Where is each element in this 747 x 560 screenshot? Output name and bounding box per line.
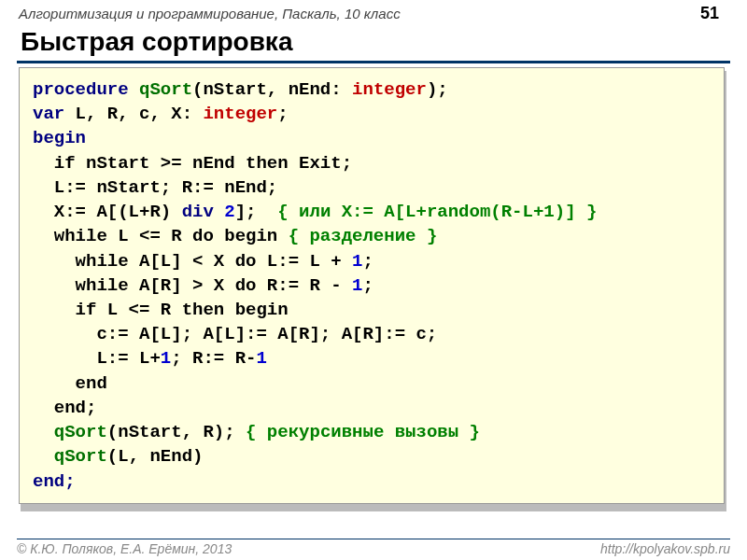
type-integer: integer [352,79,427,100]
kw-var: var [33,104,64,124]
line-end-inner: end [33,373,107,394]
line-exit: if nStart >= nEnd then Exit; [33,153,352,174]
kw-procedure: procedure [33,79,129,100]
kw-div: div [182,202,214,222]
indent-rec2 [33,446,54,467]
sig-open: (nStart, nEnd: [192,79,352,100]
num-1d: 1 [256,348,266,369]
id-qsort-r1: qSort [54,422,107,442]
indent-rec1 [33,422,54,442]
id-qsort: qSort [139,79,192,100]
slide-footer: © К.Ю. Поляков, Е.А. Ерёмин, 2013 http:/… [17,539,730,556]
line-pivot-b: ]; [235,202,278,222]
line-incdec-b: ; R:= R- [171,348,256,369]
line-end-outer: end; [33,398,96,418]
id-qsort-r2: qSort [54,446,107,467]
rec2-args: (L, nEnd) [107,446,204,467]
comment-alt-pivot: { или X:= A[L+random(R-L+1)] } [277,202,597,222]
num-1c: 1 [161,348,171,369]
type-integer-2: integer [203,104,277,124]
comment-recursion: { рекурсивные вызовы } [246,422,480,442]
line-pivot-a: X:= A[(L+R) [33,202,171,222]
slide-title: Быстрая сортировка [17,25,730,61]
line-swap: c:= A[L]; A[L]:= A[R]; A[R]:= c; [33,324,437,344]
line-outer-while: while L <= R do begin [33,226,289,246]
semi-2: ; [362,251,373,272]
num-1a: 1 [352,251,362,272]
footer-url: http://kpolyakov.spb.ru [600,541,730,556]
num-1b: 1 [352,275,362,296]
sig-close: ); [427,79,448,100]
code-block: procedure qSort(nStart, nEnd: integer); … [19,67,725,504]
line-if: if L <= R then begin [33,300,289,320]
line-while-r: while A[R] > X do R:= R - [33,275,352,296]
rec1-args: (nStart, R); [107,422,246,442]
code-container: procedure qSort(nStart, nEnd: integer); … [21,71,726,511]
kw-end: end; [33,471,76,492]
semi-1: ; [277,104,288,124]
slide-header: Алгоритмизация и программирование, Паска… [0,0,747,25]
kw-begin: begin [33,128,86,148]
page-number: 51 [700,4,719,23]
semi-3: ; [362,275,373,296]
comment-partition: { разделение } [289,226,438,246]
line-init: L:= nStart; R:= nEnd; [33,177,277,198]
subject-line: Алгоритмизация и программирование, Паска… [19,6,401,21]
var-decl: L, R, c, X: [64,104,203,124]
line-incdec-a: L:= L+ [33,348,161,369]
footer-authors: © К.Ю. Поляков, Е.А. Ерёмин, 2013 [17,541,232,556]
title-bar: Быстрая сортировка [17,25,730,63]
num-2: 2 [224,202,234,222]
line-while-l: while A[L] < X do L:= L + [33,251,352,272]
